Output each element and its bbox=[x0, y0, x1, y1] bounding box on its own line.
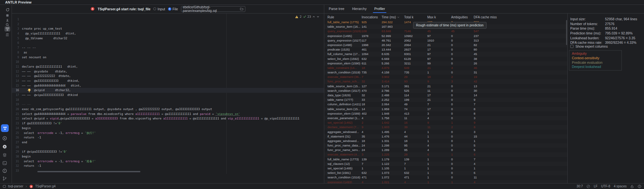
profiler-row[interactable]: expression_elem (1589)4021.948413308 bbox=[324, 111, 568, 116]
editor-line[interactable]: 3create proc up_com_test bbox=[12, 26, 324, 31]
profiler-row[interactable]: func_proc_name_sch...323.414939342 bbox=[324, 79, 568, 84]
lock-icon[interactable] bbox=[630, 184, 634, 188]
structure-icon[interactable] bbox=[5, 32, 10, 37]
editor-line[interactable]: 7-- -- -- bbox=[12, 45, 324, 50]
editor-line[interactable]: 29if @vipa333333333333 !='0' bbox=[12, 149, 324, 154]
profiler-row[interactable]: predicate (1525)46113.444292717080 bbox=[324, 47, 568, 52]
antlr-preview-toolwindow-button[interactable] bbox=[1, 124, 9, 132]
profiler-row[interactable]: search_condition (1516)4711.0724711011 bbox=[324, 175, 568, 180]
indent-style[interactable]: 4 spaces bbox=[614, 184, 627, 188]
stop-icon[interactable] bbox=[5, 13, 10, 18]
profiler-row[interactable]: search_condition (1517)4702.78652511030 bbox=[324, 89, 568, 93]
profiler-row[interactable]: execute_parameter (1...41.75811403 bbox=[324, 116, 568, 120]
profiler-row[interactable]: aggregate_windowed...181.33118101 bbox=[324, 139, 568, 143]
highlighting-level-icon[interactable] bbox=[586, 184, 590, 188]
profiler-row[interactable]: table_source_item (15...1273.17138121013 bbox=[324, 84, 568, 89]
editor-line[interactable]: 9set nocount on bbox=[12, 55, 324, 60]
profiler-row[interactable]: func_proc_name_data...241.29895405 bbox=[324, 143, 568, 148]
profiler-row[interactable]: set_special (1485)11.1051101 bbox=[324, 166, 568, 171]
file-radio[interactable]: File bbox=[168, 7, 178, 11]
editor-line[interactable]: 2 bbox=[12, 22, 324, 27]
file-encoding[interactable]: UTF-8 bbox=[601, 184, 610, 188]
breadcrumb-project[interactable]: tsql-parser bbox=[8, 184, 23, 188]
editor-line[interactable]: 13—— —— @a2222222222 dtdate, bbox=[12, 74, 324, 79]
profiler-row[interactable]: expression (1495)197852.99910982970237 bbox=[324, 34, 568, 38]
profiler-row[interactable]: data_type (1829)322.48811417014 bbox=[324, 93, 568, 98]
file-path-value[interactable]: ebelice/Github/tsql-parser/examples/big.… bbox=[183, 5, 240, 13]
problems-icon[interactable] bbox=[2, 168, 7, 174]
line-separator[interactable]: LF bbox=[594, 184, 598, 188]
input-radio-label[interactable]: Input bbox=[157, 7, 165, 11]
column-header[interactable]: Rule bbox=[327, 15, 362, 19]
editor-line[interactable]: 20exec nb_com_getsysconfig @a11111111111… bbox=[12, 107, 324, 112]
profiler-row[interactable]: execute_statement (36...73.9022918219 bbox=[324, 75, 568, 79]
terminal-icon[interactable] bbox=[2, 160, 7, 166]
chevron-down-icon[interactable] bbox=[317, 15, 319, 18]
editor-line[interactable]: 6 bbox=[12, 41, 324, 45]
inspection-widget[interactable]: 2 23 bbox=[295, 15, 319, 18]
editor-line[interactable]: 32 return -1 bbox=[12, 164, 324, 168]
git-branch-icon[interactable] bbox=[2, 175, 7, 181]
profiler-row[interactable]: expression (1498)199820.342206421082 bbox=[324, 43, 568, 47]
run-toolwindow-icon[interactable] bbox=[2, 135, 7, 141]
checkbox-label[interactable]: Show expert columns bbox=[575, 44, 608, 48]
editor-line[interactable]: 10 bbox=[12, 60, 324, 64]
profiler-row[interactable]: execute_statement (4...31.22528616 bbox=[324, 152, 568, 157]
input-radio[interactable]: Input bbox=[153, 7, 165, 11]
profiler-row[interactable]: select_list (1581)6321.073632106 bbox=[324, 171, 568, 175]
show-expert-columns-checkbox[interactable]: Show expert columns bbox=[570, 44, 608, 48]
input-radio-circle[interactable] bbox=[153, 7, 156, 10]
editor-line[interactable]: 18 bbox=[12, 98, 324, 102]
profiler-row[interactable]: set_special (1482)21.64216919 bbox=[324, 120, 568, 125]
intention-bulb-icon[interactable] bbox=[28, 89, 31, 93]
profiler-row[interactable]: full_table_name (1773)1391.179139107 bbox=[324, 157, 568, 162]
editor-line[interactable]: 24begin bbox=[12, 126, 324, 131]
antlr-toolwindow-icon[interactable]: A bbox=[2, 144, 7, 149]
code-editor[interactable]: 123create proc up_com_test4 @p_vipa11111… bbox=[12, 14, 324, 174]
profiler-row[interactable]: column_definition (1421)182.06449707 bbox=[324, 102, 568, 107]
editor-line[interactable]: 11declare @a1111111111111 dtint, bbox=[12, 64, 324, 69]
folder-icon[interactable] bbox=[240, 7, 243, 11]
table-header[interactable]: RuleInvocationsTime (ms)Total kMax kAmbi… bbox=[324, 14, 568, 20]
column-header[interactable]: Total k bbox=[404, 15, 427, 19]
notifications-icon[interactable] bbox=[638, 184, 641, 188]
editor-line[interactable]: 15—— —— @a4444444444444444 dtint, bbox=[12, 83, 324, 88]
horizontal-scrollbar[interactable] bbox=[37, 171, 140, 172]
file-radio-label[interactable]: File bbox=[173, 7, 178, 11]
editor-line[interactable]: 1 bbox=[12, 17, 324, 22]
column-header[interactable]: Time (ms) bbox=[382, 15, 404, 19]
column-header[interactable]: Invocations bbox=[362, 15, 382, 19]
column-header[interactable]: Max k bbox=[427, 15, 451, 19]
profiler-row[interactable]: if_statement (31)351.476441015 bbox=[324, 134, 568, 139]
profiler-row[interactable]: query_expression (1527)11748.76120621910… bbox=[324, 38, 568, 43]
profiler-row[interactable]: table_source_item (15...141.959741708 bbox=[324, 107, 568, 111]
profiler-row[interactable]: table_constraint (14...184.87964921446 bbox=[324, 66, 568, 70]
editor-line[interactable]: 21select @a4444444444444444 = paravalue … bbox=[12, 112, 324, 117]
file-radio-circle[interactable] bbox=[168, 7, 171, 11]
editor-line[interactable]: 26 return -1 bbox=[12, 135, 324, 140]
profiler-row[interactable]: select_list_elem (1592)6326.669612997038 bbox=[324, 57, 568, 61]
editor-line[interactable]: 12—— —— @sysdate dtdate, bbox=[12, 69, 324, 74]
profiler-row[interactable]: table_name (1777)332.2521992109 bbox=[324, 98, 568, 102]
profiler-row[interactable]: query_expression (1526)10863.84871464545… bbox=[324, 29, 568, 33]
file-path-input[interactable]: ebelice/Github/tsql-parser/examples/big.… bbox=[181, 6, 245, 12]
column-header[interactable]: DFA cache miss bbox=[474, 15, 568, 19]
profiler-row[interactable]: declare_statement (7...91.603391128 bbox=[324, 125, 568, 129]
editor-line[interactable]: 30begin bbox=[12, 154, 324, 159]
editor-line[interactable]: 8 as bbox=[12, 50, 324, 55]
editor-line[interactable]: 19—— —— bbox=[12, 102, 324, 107]
profiler-row[interactable]: sql_clauses (12)71.1227104 bbox=[324, 162, 568, 166]
column-header[interactable]: Ambiguities bbox=[451, 15, 474, 19]
vertical-scrollbar[interactable] bbox=[566, 20, 567, 45]
editor-line[interactable]: 25 select errorcode = -1, errormsg = '执行… bbox=[12, 131, 324, 136]
tab-parse-tree[interactable]: Parse tree bbox=[329, 5, 344, 13]
profiler-row[interactable]: aggregate_windowed...41.4954103 bbox=[324, 130, 568, 134]
editor-line[interactable]: 27end bbox=[12, 140, 324, 145]
checkbox-box[interactable] bbox=[570, 45, 573, 48]
editor-line[interactable]: 14—— —— @a333333333333 dtkind, bbox=[12, 79, 324, 83]
editor-line[interactable]: 31 select errorcode = -1, errormsg = '准备… bbox=[12, 159, 324, 164]
editor-line[interactable]: 22select @vipid = vipid,@vipa33333333333… bbox=[12, 116, 324, 121]
tab-profiler[interactable]: Profiler bbox=[374, 5, 385, 13]
chevron-up-icon[interactable] bbox=[312, 15, 315, 18]
breadcrumb-file[interactable]: TSqlParser.g4 bbox=[35, 184, 55, 188]
